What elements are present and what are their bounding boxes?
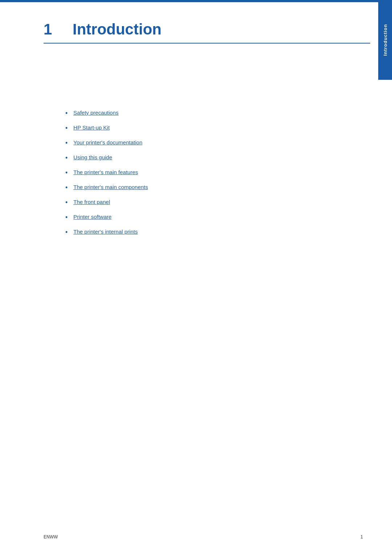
bullet-icon: • [65,184,68,192]
list-item: •The printer's main features [65,168,370,177]
toc-link-using-this-guide[interactable]: Using this guide [73,153,112,161]
toc-link-main-features[interactable]: The printer's main features [73,168,138,176]
toc-link-front-panel[interactable]: The front panel [73,198,110,206]
page-footer: ENWW 1 [0,534,392,539]
chapter-title: Introduction [73,22,162,37]
list-item: •Your printer's documentation [65,139,370,147]
main-content: 1 Introduction •Safety precautions•HP St… [0,0,392,272]
side-tab: Introduction [378,0,392,80]
toc-link-printer-documentation[interactable]: Your printer's documentation [73,139,142,146]
list-item: •HP Start-up Kit [65,124,370,132]
list-item: •The printer's main components [65,183,370,192]
list-item: •Safety precautions [65,109,370,117]
page-container: Introduction 1 Introduction •Safety prec… [0,0,392,554]
toc-link-hp-startup-kit[interactable]: HP Start-up Kit [73,124,110,131]
toc-link-internal-prints[interactable]: The printer's internal prints [73,228,138,235]
footer-right: 1 [360,534,363,539]
bullet-icon: • [65,214,68,221]
bullet-icon: • [65,139,68,147]
bullet-icon: • [65,229,68,236]
toc-list: •Safety precautions•HP Start-up Kit•Your… [65,109,370,236]
list-item: •The printer's internal prints [65,228,370,236]
footer-left: ENWW [44,534,58,539]
toc-link-printer-software[interactable]: Printer software [73,213,111,221]
bullet-icon: • [65,154,68,162]
list-item: •Printer software [65,213,370,221]
bullet-icon: • [65,110,68,117]
side-tab-label: Introduction [383,24,388,56]
bullet-icon: • [65,124,68,132]
bullet-icon: • [65,199,68,206]
list-item: •The front panel [65,198,370,206]
list-item: •Using this guide [65,153,370,162]
chapter-header: 1 Introduction [44,15,370,44]
toc-link-safety-precautions[interactable]: Safety precautions [73,109,118,116]
chapter-number: 1 [44,22,73,37]
toc-link-main-components[interactable]: The printer's main components [73,183,148,191]
top-bar [0,0,392,2]
bullet-icon: • [65,169,68,177]
